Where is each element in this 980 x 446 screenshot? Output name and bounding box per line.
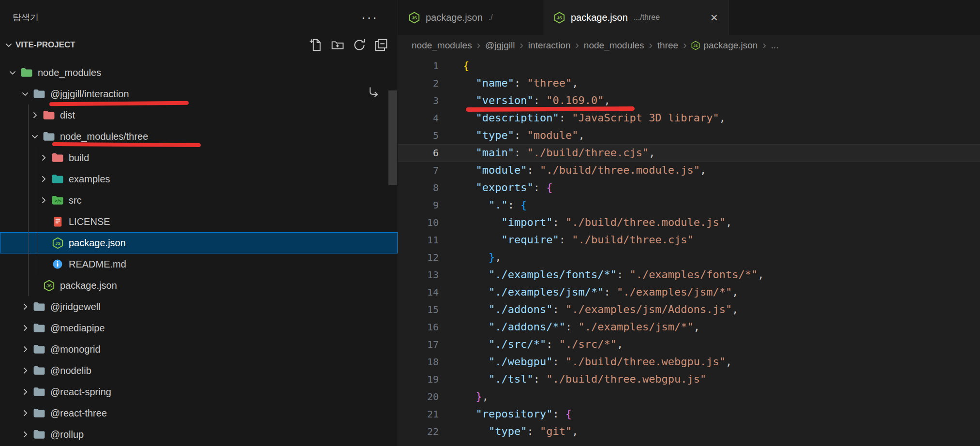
breadcrumb-item-package-json[interactable]: JSpackage.json	[691, 40, 757, 51]
sidebar-scrollbar-thumb[interactable]	[388, 90, 397, 185]
line-number: 10	[398, 214, 439, 231]
close-icon[interactable]: ×	[711, 11, 718, 24]
more-actions-icon[interactable]: ···	[361, 15, 378, 20]
breadcrumb-item-node-modules[interactable]: node_modules	[584, 40, 644, 51]
collapse-all-icon[interactable]	[374, 38, 388, 52]
code-line-4[interactable]: 4 "description": "JavaScript 3D library"…	[398, 109, 980, 127]
chevron-right-icon[interactable]	[37, 174, 50, 184]
nodejs-icon: JS	[691, 41, 700, 50]
code-line-3[interactable]: 3 "version": "0.169.0",	[398, 92, 980, 109]
tree-item-label: @rollup	[50, 429, 84, 440]
code-line-9[interactable]: 9 ".": {	[398, 196, 980, 214]
code-line-18[interactable]: 18 "./webgpu": "./build/three.webgpu.js"…	[398, 353, 980, 371]
code-line-17[interactable]: 17 "./src/*": "./src/*",	[398, 336, 980, 353]
chevron-right-icon[interactable]	[18, 387, 32, 397]
chevron-right-icon[interactable]	[18, 366, 32, 375]
folder-gray-icon	[42, 131, 56, 142]
tree-item-src[interactable]: </>src	[0, 190, 398, 211]
tree-item-package-json[interactable]: JSpackage.json	[0, 275, 398, 296]
tree-item-nodelib[interactable]: @nodelib	[0, 360, 398, 381]
code-line-12[interactable]: 12 },	[398, 249, 980, 266]
new-file-icon[interactable]	[309, 38, 323, 52]
code-line-1[interactable]: 1{	[398, 57, 980, 74]
code-line-22[interactable]: 22 "type": "git",	[398, 423, 980, 440]
chevron-down-icon[interactable]	[18, 89, 32, 99]
breadcrumb-item-jgjgill[interactable]: @jgjgill	[485, 40, 515, 51]
line-number: 21	[398, 405, 439, 423]
refresh-icon[interactable]	[353, 38, 366, 52]
code-line-7[interactable]: 7 "module": "./build/three.module.js",	[398, 162, 980, 179]
nodejs-icon: JS	[42, 280, 56, 292]
breadcrumb-item-interaction[interactable]: interaction	[528, 40, 571, 51]
code-line-11[interactable]: 11 "require": "./build/three.cjs"	[398, 231, 980, 249]
chevron-down-icon[interactable]	[28, 132, 42, 141]
code-text: "repository": {	[463, 405, 572, 423]
chevron-right-icon[interactable]	[37, 153, 50, 163]
project-section-header[interactable]: VITE-PROJECT	[0, 35, 398, 55]
tree-item-examples[interactable]: examples	[0, 168, 398, 190]
tree-item-license[interactable]: LICENSE	[0, 211, 398, 232]
chevron-down-icon[interactable]	[6, 68, 19, 77]
tree-item-node-modules[interactable]: node_modules	[0, 62, 398, 83]
tree-item-label: @jridgewell	[50, 301, 101, 312]
tree-item-mediapipe[interactable]: @mediapipe	[0, 317, 398, 339]
tab-title: package.json	[426, 12, 483, 23]
tab-directory-hint: ./	[489, 13, 493, 22]
chevron-right-icon[interactable]	[18, 323, 32, 333]
chevron-right-icon[interactable]	[18, 408, 32, 418]
code-line-5[interactable]: 5 "type": "module",	[398, 127, 980, 144]
tab-directory-hint: .../three	[634, 13, 660, 22]
folder-gray-icon	[32, 301, 46, 312]
indent-guide	[28, 104, 29, 296]
code-line-14[interactable]: 14 "./examples/jsm/*": "./examples/jsm/*…	[398, 283, 980, 301]
tree-item-label: node_modules/three	[60, 131, 148, 142]
breadcrumb-item-node-modules[interactable]: node_modules	[412, 40, 472, 51]
code-text: "./examples/fonts/*": "./examples/fonts/…	[463, 266, 764, 283]
svg-text:</>: </>	[55, 198, 61, 204]
code-line-13[interactable]: 13 "./examples/fonts/*": "./examples/fon…	[398, 266, 980, 283]
tree-item-dist[interactable]: dist	[0, 104, 398, 126]
code-text: "./webgpu": "./build/three.webgpu.js",	[463, 353, 732, 371]
breadcrumb-item-three[interactable]: three	[657, 40, 678, 51]
code-line-6[interactable]: 6 "main": "./build/three.cjs",	[398, 144, 980, 162]
line-number: 6	[398, 144, 439, 162]
code-editor[interactable]: 1{2 "name": "three",3 "version": "0.169.…	[398, 56, 980, 446]
code-line-8[interactable]: 8 "exports": {	[398, 179, 980, 196]
tree-item-node-modules-three[interactable]: node_modules/three	[0, 126, 398, 147]
breadcrumb-item-[interactable]: ...	[771, 40, 779, 51]
tree-item-label: @nodelib	[50, 365, 91, 376]
tree-item-readme-md[interactable]: README.md	[0, 253, 398, 275]
breadcrumb: node_modules›@jgjgill›interaction›node_m…	[398, 35, 980, 56]
tree-item-react-spring[interactable]: @react-spring	[0, 381, 398, 402]
tab-package-json-active[interactable]: JSpackage.json.../three×	[543, 0, 729, 35]
chevron-right-icon[interactable]	[18, 430, 32, 439]
svg-text:JS: JS	[412, 15, 417, 20]
tree-item-monogrid[interactable]: @monogrid	[0, 339, 398, 360]
tab-package-json[interactable]: JSpackage.json./	[398, 0, 543, 35]
code-line-2[interactable]: 2 "name": "three",	[398, 74, 980, 92]
tree-item-build[interactable]: build	[0, 147, 398, 168]
line-number: 16	[398, 318, 439, 336]
chevron-right-icon[interactable]	[28, 110, 42, 120]
code-line-15[interactable]: 15 "./addons": "./examples/jsm/Addons.js…	[398, 301, 980, 318]
new-folder-icon[interactable]	[331, 38, 344, 52]
chevron-right-icon[interactable]	[37, 195, 50, 205]
code-line-20[interactable]: 20 },	[398, 388, 980, 405]
code-line-16[interactable]: 16 "./addons/*": "./examples/jsm/*",	[398, 318, 980, 336]
code-line-21[interactable]: 21 "repository": {	[398, 405, 980, 423]
line-number: 11	[398, 231, 439, 249]
chevron-right-icon[interactable]	[18, 302, 32, 312]
tree-item-react-three[interactable]: @react-three	[0, 402, 398, 424]
folder-teal-icon	[50, 174, 65, 184]
code-line-10[interactable]: 10 "import": "./build/three.module.js",	[398, 214, 980, 231]
tree-item-package-json[interactable]: JSpackage.json	[0, 232, 398, 253]
code-text: "import": "./build/three.module.js",	[463, 214, 732, 231]
code-line-19[interactable]: 19 "./tsl": "./build/three.webgpu.js"	[398, 371, 980, 388]
tree-item-jgjgill-interaction[interactable]: @jgjgill/interaction	[0, 83, 398, 104]
tree-item-jridgewell[interactable]: @jridgewell	[0, 296, 398, 317]
tree-item-rollup[interactable]: @rollup	[0, 424, 398, 445]
readme-icon	[50, 259, 65, 269]
tree-item-label: README.md	[69, 259, 126, 270]
chevron-right-icon[interactable]	[18, 344, 32, 354]
code-text: "main": "./build/three.cjs",	[463, 144, 655, 162]
